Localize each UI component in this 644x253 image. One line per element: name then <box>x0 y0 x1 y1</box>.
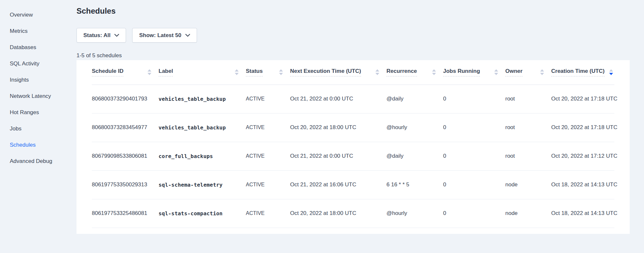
cell-recurrence: @daily <box>386 85 443 113</box>
sort-asc-icon <box>235 69 239 72</box>
cell-creation-time: Oct 18, 2022 at 14:13 UTC <box>551 170 614 199</box>
cell-label: vehicles_table_backup <box>159 85 246 113</box>
cell-schedule-id: 806799098533806081 <box>92 142 159 170</box>
cell-creation-time: Oct 20, 2022 at 17:18 UTC <box>551 85 614 113</box>
cell-label: sql-stats-compaction <box>159 199 246 228</box>
table-row: 806800373283454977 vehicles_table_backup… <box>92 113 614 142</box>
sidebar-item-sql-activity[interactable]: SQL Activity <box>0 56 77 72</box>
column-header-owner[interactable]: Owner <box>505 60 551 85</box>
cell-status: ACTIVE <box>246 85 290 113</box>
cell-next-execution: Oct 21, 2022 at 0:00 UTC <box>290 142 386 170</box>
column-label: Creation Time (UTC) <box>551 68 605 76</box>
cell-recurrence: 6 16 * * 5 <box>386 170 443 199</box>
page-title: Schedules <box>77 7 630 16</box>
schedules-table-card: Schedule ID Label Status <box>77 60 630 234</box>
cell-creation-time: Oct 20, 2022 at 17:18 UTC <box>551 113 614 142</box>
cell-status: ACTIVE <box>246 113 290 142</box>
sort-asc-icon <box>147 69 151 72</box>
cell-label: vehicles_table_backup <box>159 113 246 142</box>
sidebar-item-metrics[interactable]: Metrics <box>0 23 77 39</box>
cell-owner: node <box>505 170 551 199</box>
cell-recurrence: @hourly <box>386 199 443 228</box>
status-filter-dropdown[interactable]: Status: All <box>77 28 126 43</box>
sort-icon[interactable] <box>540 69 544 75</box>
cell-schedule-id: 806197753325486081 <box>92 199 159 228</box>
sort-asc-icon <box>432 69 436 72</box>
sidebar: Overview Metrics Databases SQL Activity … <box>0 0 77 253</box>
cell-label: core_full_backups <box>159 142 246 170</box>
sort-desc-icon <box>494 73 498 75</box>
column-header-label[interactable]: Label <box>159 60 246 85</box>
sort-desc-icon <box>609 73 613 75</box>
sort-icon[interactable] <box>609 69 613 75</box>
filter-bar: Status: All Show: Latest 50 <box>77 28 630 43</box>
cell-next-execution: Oct 21, 2022 at 16:06 UTC <box>290 170 386 199</box>
sort-desc-icon <box>432 73 436 75</box>
column-header-jobs-running[interactable]: Jobs Running <box>443 60 505 85</box>
sidebar-item-databases[interactable]: Databases <box>0 39 77 56</box>
sort-desc-icon <box>540 73 544 75</box>
sidebar-item-insights[interactable]: Insights <box>0 72 77 88</box>
sort-icon[interactable] <box>375 69 379 75</box>
column-header-status[interactable]: Status <box>246 60 290 85</box>
column-label: Next Execution Time (UTC) <box>290 68 361 76</box>
sort-desc-icon <box>279 73 283 75</box>
cell-owner: root <box>505 142 551 170</box>
sidebar-item-jobs[interactable]: Jobs <box>0 121 77 137</box>
cell-recurrence: @hourly <box>386 113 443 142</box>
sort-desc-icon <box>375 73 379 75</box>
results-count: 1-5 of 5 schedules <box>77 52 630 59</box>
sort-icon[interactable] <box>147 69 151 75</box>
sort-icon[interactable] <box>279 69 283 75</box>
cell-creation-time: Oct 18, 2022 at 14:13 UTC <box>551 199 614 228</box>
sort-icon[interactable] <box>494 69 498 75</box>
sort-desc-icon <box>147 73 151 75</box>
sort-desc-icon <box>235 73 239 75</box>
cell-jobs-running: 0 <box>443 199 505 228</box>
table-header-row: Schedule ID Label Status <box>92 60 614 85</box>
column-header-recurrence[interactable]: Recurrence <box>386 60 443 85</box>
chevron-down-icon <box>185 34 190 37</box>
table-row: 806197753350029313 sql-schema-telemetry … <box>92 170 614 199</box>
column-label: Recurrence <box>386 68 417 76</box>
sidebar-item-overview[interactable]: Overview <box>0 7 77 23</box>
column-label: Schedule ID <box>92 68 123 76</box>
cell-next-execution: Oct 21, 2022 at 0:00 UTC <box>290 85 386 113</box>
column-header-next-execution-time[interactable]: Next Execution Time (UTC) <box>290 60 386 85</box>
cell-next-execution: Oct 20, 2022 at 18:00 UTC <box>290 113 386 142</box>
show-filter-dropdown[interactable]: Show: Latest 50 <box>132 28 197 43</box>
sort-asc-icon <box>279 69 283 72</box>
sidebar-item-hot-ranges[interactable]: Hot Ranges <box>0 104 77 121</box>
cell-jobs-running: 0 <box>443 85 505 113</box>
cell-owner: node <box>505 199 551 228</box>
sidebar-item-schedules[interactable]: Schedules <box>0 137 77 153</box>
sort-asc-icon <box>494 69 498 72</box>
sort-icon[interactable] <box>432 69 436 75</box>
cell-schedule-id: 806800373290401793 <box>92 85 159 113</box>
cell-owner: root <box>505 113 551 142</box>
cell-next-execution: Oct 20, 2022 at 18:00 UTC <box>290 199 386 228</box>
sidebar-item-network-latency[interactable]: Network Latency <box>0 88 77 104</box>
cell-jobs-running: 0 <box>443 113 505 142</box>
sort-icon[interactable] <box>235 69 239 75</box>
column-header-schedule-id[interactable]: Schedule ID <box>92 60 159 85</box>
column-label: Owner <box>505 68 523 76</box>
column-header-creation-time[interactable]: Creation Time (UTC) <box>551 60 614 85</box>
cell-recurrence: @daily <box>386 142 443 170</box>
show-filter-label: Show: Latest 50 <box>139 32 181 39</box>
cell-jobs-running: 0 <box>443 170 505 199</box>
cell-label: sql-schema-telemetry <box>159 170 246 199</box>
status-filter-label: Status: All <box>83 32 110 39</box>
cell-jobs-running: 0 <box>443 142 505 170</box>
column-label: Label <box>159 68 173 76</box>
sidebar-item-advanced-debug[interactable]: Advanced Debug <box>0 153 77 169</box>
sort-asc-icon <box>540 69 544 72</box>
cell-status: ACTIVE <box>246 199 290 228</box>
column-label: Status <box>246 68 263 76</box>
cell-creation-time: Oct 20, 2022 at 17:12 UTC <box>551 142 614 170</box>
cell-status: ACTIVE <box>246 142 290 170</box>
table-row: 806799098533806081 core_full_backups ACT… <box>92 142 614 170</box>
main-content: Schedules Status: All Show: Latest 50 1-… <box>77 0 630 234</box>
table-row: 806197753325486081 sql-stats-compaction … <box>92 199 614 228</box>
cell-status: ACTIVE <box>246 170 290 199</box>
